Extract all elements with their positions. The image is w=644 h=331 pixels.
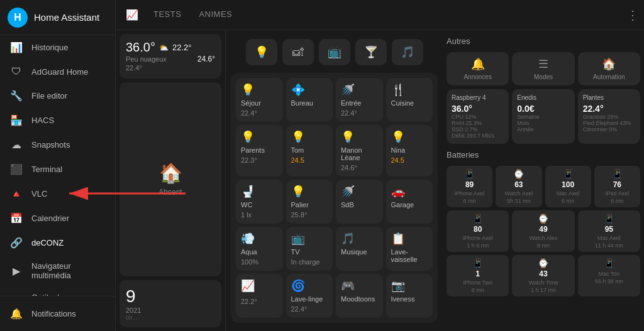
app-logo: H bbox=[8, 8, 28, 28]
room-name-5: Tom bbox=[291, 146, 304, 154]
room-card-2[interactable]: 🚿Entrée22.4° bbox=[336, 78, 383, 122]
rooms-grid: 💡Séjour22.4°💠Bureau🚿Entrée22.4°🍴Cuisine💡… bbox=[236, 78, 433, 318]
autre-card-2[interactable]: 🏠Automation bbox=[578, 52, 640, 85]
room-card-17[interactable]: 🌀Lave-linge22.4° bbox=[286, 274, 333, 318]
room-card-12[interactable]: 💨Aqua100% bbox=[236, 227, 283, 271]
autre-label-2: Automation bbox=[593, 73, 625, 80]
device-card-0[interactable]: Raspberry 436.0°CPU 12%RAM 25.3%SSD 2.7%… bbox=[447, 89, 509, 144]
room-icon-0: 💡 bbox=[241, 83, 255, 97]
room-card-11[interactable]: 🚗Garage bbox=[386, 180, 433, 224]
room-card-15[interactable]: 📋Lave-vaisselle bbox=[386, 227, 433, 271]
sidebar-item-calendrier[interactable]: 📅Calendrier bbox=[0, 206, 115, 231]
battery-name-0-1: Watch Axel bbox=[505, 190, 533, 197]
battery-name-1-2: Mac Axel bbox=[597, 235, 621, 241]
room-card-10[interactable]: 🚿SdB bbox=[336, 180, 383, 224]
sidebar-item-hacs[interactable]: 🏪HACS bbox=[0, 108, 115, 133]
tab-tests[interactable]: TESTS bbox=[146, 4, 189, 25]
temp-right: 24.6° bbox=[197, 55, 215, 63]
top-icon-lampe[interactable]: 💡 bbox=[246, 39, 277, 65]
sidebar-label-navigateur: Navigateur multimédia bbox=[31, 261, 105, 280]
sidebar-item-notifications[interactable]: 🔔Notifications bbox=[0, 301, 115, 326]
battery-name-0-2: Mac Axel bbox=[557, 190, 580, 197]
room-val-2: 22.4° bbox=[341, 109, 357, 117]
room-card-6[interactable]: 💡Manon Léane24.6° bbox=[336, 125, 383, 176]
room-icon-12: 💨 bbox=[241, 232, 255, 246]
room-card-0[interactable]: 💡Séjour22.4° bbox=[236, 78, 283, 122]
device-card-1[interactable]: Enedis0.0€SemaineMoisAnnée bbox=[512, 89, 574, 144]
chart-icon-tab[interactable]: 📈 bbox=[121, 4, 143, 26]
sidebar-item-outils[interactable]: 🔨Outils de développement bbox=[0, 286, 115, 296]
top-icon-canape[interactable]: 🛋 bbox=[282, 39, 314, 65]
room-icon-2: 🚿 bbox=[341, 83, 355, 97]
device-val-0: 36.0° bbox=[452, 104, 504, 114]
room-card-3[interactable]: 🍴Cuisine bbox=[386, 78, 433, 122]
room-icon-11: 🚗 bbox=[391, 185, 405, 198]
room-card-13[interactable]: 📺TVIn charge bbox=[286, 227, 333, 271]
room-card-8[interactable]: 🚽WC1 lx bbox=[236, 180, 283, 224]
right-panel: Autres 🔔Annonces☰Modes🏠Automation Raspbe… bbox=[443, 30, 644, 331]
sidebar-label-fileeditor: File editor bbox=[31, 91, 105, 100]
date-year: 2021 bbox=[126, 307, 215, 314]
room-card-1[interactable]: 💠Bureau bbox=[286, 78, 333, 122]
room-card-4[interactable]: 💡Parents22.3° bbox=[236, 125, 283, 176]
battery-icon-1-0: 📱 bbox=[472, 214, 483, 224]
autre-label-0: Annonces bbox=[464, 73, 491, 80]
sidebar-item-fileeditor[interactable]: 🔧File editor bbox=[0, 84, 115, 108]
autre-card-0[interactable]: 🔔Annonces bbox=[447, 52, 509, 85]
room-val-16: 22.2° bbox=[241, 298, 257, 305]
sidebar-icon-terminal: ⬛ bbox=[10, 163, 23, 175]
sidebar-icon-hacs: 🏪 bbox=[10, 114, 23, 126]
room-val-13: In charge bbox=[291, 258, 320, 266]
device-info-1: Semaine bbox=[517, 114, 569, 120]
room-card-5[interactable]: 💡Tom24.5 bbox=[286, 125, 333, 176]
autres-title: Autres bbox=[447, 34, 640, 48]
autre-icon-0: 🔔 bbox=[471, 57, 485, 71]
sidebar-item-snapshots[interactable]: ☁Snapshots bbox=[0, 133, 115, 157]
room-name-7: Nina bbox=[391, 146, 406, 154]
room-card-18[interactable]: 🎮Moodtoons bbox=[336, 274, 383, 318]
sidebar-item-terminal[interactable]: ⬛Terminal bbox=[0, 157, 115, 182]
battery-val-0-2: 100 bbox=[562, 180, 574, 189]
room-card-16[interactable]: 📈22.2° bbox=[236, 274, 283, 318]
battery-name-0-3: iPad Axel bbox=[606, 190, 630, 197]
battery-icon-2-0: 📱 bbox=[472, 258, 483, 268]
top-icon-tv-strip[interactable]: 📺 bbox=[319, 39, 350, 65]
device-info-1: Année bbox=[517, 126, 569, 133]
sidebar-label-adguard: AdGuard Home bbox=[31, 67, 105, 77]
battery-row-2: 📱1iPhone Two6 mn⌚43Watch Time1 h 17 mn📱M… bbox=[447, 255, 640, 296]
battery-sub-2-1: 1 h 17 mn bbox=[531, 287, 556, 293]
room-val-8: 1 lx bbox=[241, 211, 252, 219]
sidebar-item-navigateur[interactable]: ▶Navigateur multimédia bbox=[0, 255, 115, 286]
autre-card-1[interactable]: ☰Modes bbox=[512, 52, 574, 85]
sidebar-item-adguard[interactable]: 🛡AdGuard Home bbox=[0, 60, 115, 84]
batteries-container: 📱89iPhone Axel6 mn⌚63Watch Axel5h 31 mn📱… bbox=[447, 166, 640, 300]
device-card-2[interactable]: Plantes22.4°Gracioso 26%Pied Élephant 43… bbox=[578, 89, 640, 144]
autres-grid: 🔔Annonces☰Modes🏠Automation bbox=[447, 52, 640, 85]
sidebar-item-vlc[interactable]: 🔺VLC bbox=[0, 182, 115, 206]
room-val-12: 100% bbox=[241, 258, 258, 266]
room-card-19[interactable]: 📷Iveness bbox=[386, 274, 433, 318]
temp-main: 36.0° bbox=[126, 40, 155, 55]
sidebar-icon-adguard: 🛡 bbox=[10, 66, 23, 77]
tab-animes[interactable]: ANIMES bbox=[191, 4, 240, 25]
temp-bottom: 22.4° bbox=[126, 64, 142, 72]
sidebar-label-deconz: deCONZ bbox=[31, 238, 105, 247]
sidebar-item-deconz[interactable]: 🔗deCONZ bbox=[0, 231, 115, 255]
battery-row-0: 📱89iPhone Axel6 mn⌚63Watch Axel5h 31 mn📱… bbox=[447, 166, 640, 207]
battery-val-1-2: 95 bbox=[605, 225, 613, 234]
room-name-1: Bureau bbox=[291, 99, 313, 107]
more-menu-button[interactable]: ⋮ bbox=[626, 8, 639, 23]
top-icon-music[interactable]: 🎵 bbox=[392, 39, 423, 65]
battery-item-2-1: ⌚43Watch Time1 h 17 mn bbox=[512, 255, 574, 296]
sidebar-item-historique[interactable]: 📊Historique bbox=[0, 35, 115, 60]
room-card-7[interactable]: 💡Nina24.5 bbox=[386, 125, 433, 176]
room-card-9[interactable]: 💡Palier25.8° bbox=[286, 180, 333, 224]
sidebar-icon-vlc: 🔺 bbox=[10, 188, 23, 200]
absent-card: 🏠 Absent bbox=[119, 82, 221, 276]
sidebar-label-notifications: Notifications bbox=[31, 309, 105, 318]
battery-item-1-2: 📱95Mac Axel11 h 44 mn bbox=[578, 210, 640, 252]
top-icon-cocktail[interactable]: 🍸 bbox=[355, 39, 387, 65]
cloud-icon: ⛅ bbox=[159, 43, 169, 52]
top-navigation: 📈 TESTS ANIMES ⋮ bbox=[116, 0, 644, 30]
room-card-14[interactable]: 🎵Musique bbox=[336, 227, 383, 271]
